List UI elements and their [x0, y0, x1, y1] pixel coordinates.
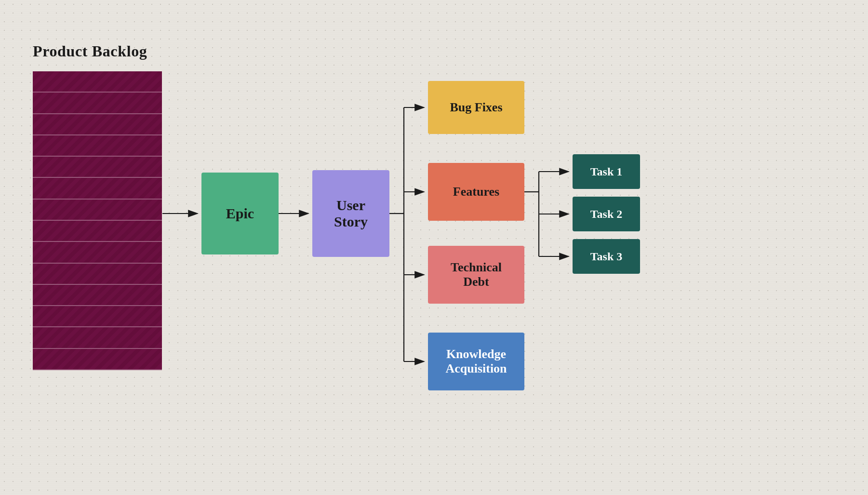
- backlog-row: [33, 327, 162, 348]
- backlog-row: [33, 135, 162, 157]
- user-story-box: UserStory: [312, 170, 389, 257]
- backlog-row: [33, 306, 162, 327]
- task-1-box: Task 1: [573, 154, 640, 189]
- epic-box: Epic: [201, 173, 279, 254]
- backlog-row: [33, 285, 162, 306]
- backlog-row: [33, 264, 162, 285]
- backlog-row: [33, 71, 162, 93]
- backlog-row: [33, 242, 162, 263]
- backlog-row: [33, 349, 162, 370]
- product-backlog-title: Product Backlog: [33, 42, 147, 60]
- backlog-row: [33, 221, 162, 242]
- backlog-row: [33, 157, 162, 178]
- knowledge-acquisition-box: KnowledgeAcquisition: [428, 333, 524, 390]
- bug-fixes-box: Bug Fixes: [428, 81, 524, 134]
- technical-debt-box: TechnicalDebt: [428, 246, 524, 304]
- features-box: Features: [428, 163, 524, 221]
- backlog-row: [33, 178, 162, 199]
- task-3-box: Task 3: [573, 239, 640, 274]
- backlog-stack: [33, 71, 162, 370]
- backlog-row: [33, 114, 162, 135]
- backlog-row: [33, 93, 162, 114]
- backlog-row: [33, 200, 162, 221]
- task-2-box: Task 2: [573, 197, 640, 231]
